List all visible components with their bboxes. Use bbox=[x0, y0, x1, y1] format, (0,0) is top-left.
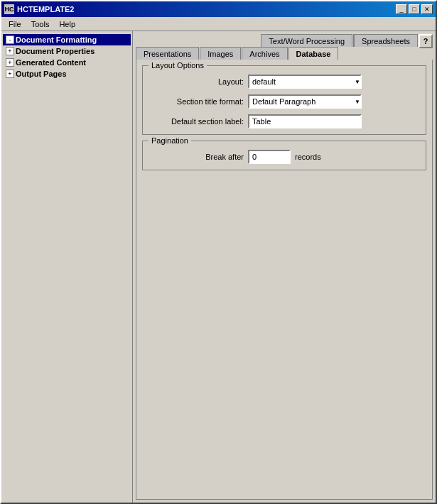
sidebar-item-output-pages[interactable]: + Output Pages bbox=[3, 68, 131, 80]
expand-icon-generated: + bbox=[6, 58, 14, 67]
expand-icon-doc-properties: + bbox=[6, 47, 14, 55]
section-title-format-row: Section title format: Default Paragraph … bbox=[149, 94, 420, 109]
layout-select-wrapper: default ▼ bbox=[248, 75, 362, 89]
break-after-row: Break after records bbox=[149, 150, 420, 164]
layout-form-row: Layout: default ▼ bbox=[149, 75, 420, 89]
title-bar: HC HCTEMPLATE2 _ □ ✕ bbox=[1, 1, 436, 17]
sidebar-label-output: Output Pages bbox=[16, 70, 67, 78]
break-after-input[interactable] bbox=[248, 150, 291, 164]
sidebar-item-document-properties[interactable]: + Document Properties bbox=[3, 45, 131, 57]
close-button[interactable]: ✕ bbox=[421, 4, 433, 14]
records-label: records bbox=[295, 153, 321, 161]
tab-row-2: Presentations Images Archives Database bbox=[136, 47, 419, 60]
section-title-select-wrapper: Default Paragraph ▼ bbox=[248, 94, 362, 109]
title-bar-controls: _ □ ✕ bbox=[396, 4, 433, 14]
layout-select[interactable]: default bbox=[248, 75, 362, 89]
maximize-button[interactable]: □ bbox=[409, 4, 420, 14]
expand-icon-output: + bbox=[6, 70, 14, 78]
tab-row-1: Text/Word Processing Spreadsheets bbox=[136, 34, 419, 47]
tab-presentations[interactable]: Presentations bbox=[136, 47, 199, 60]
sidebar-item-generated-content[interactable]: + Generated Content bbox=[3, 57, 131, 68]
layout-options-group: Layout Options Layout: default ▼ bbox=[142, 65, 426, 135]
sidebar-label-doc-formatting: Document Formatting bbox=[16, 35, 97, 44]
main-window: HC HCTEMPLATE2 _ □ ✕ File Tools Help - D… bbox=[0, 0, 437, 504]
tab-spreadsheets[interactable]: Spreadsheets bbox=[354, 34, 418, 47]
sidebar: - Document Formatting + Document Propert… bbox=[1, 31, 133, 503]
layout-label: Layout: bbox=[149, 77, 248, 86]
main-content: - Document Formatting + Document Propert… bbox=[1, 31, 436, 503]
menu-file[interactable]: File bbox=[4, 18, 26, 30]
right-panel: Text/Word Processing Spreadsheets Presen… bbox=[133, 31, 436, 503]
tab-images[interactable]: Images bbox=[200, 47, 241, 60]
expand-icon-doc-formatting: - bbox=[6, 35, 14, 44]
tab-text-word-processing[interactable]: Text/Word Processing bbox=[261, 34, 352, 47]
layout-options-title: Layout Options bbox=[149, 61, 207, 70]
pagination-title: Pagination bbox=[149, 136, 191, 145]
default-section-label-row: Default section label: bbox=[149, 114, 420, 128]
default-section-label-input[interactable] bbox=[248, 114, 362, 128]
tab-database[interactable]: Database bbox=[288, 47, 339, 60]
section-title-format-label: Section title format: bbox=[149, 97, 248, 106]
default-section-label-label: Default section label: bbox=[149, 117, 248, 126]
window-title: HCTEMPLATE2 bbox=[17, 5, 74, 13]
help-button[interactable]: ? bbox=[419, 34, 433, 48]
menu-bar: File Tools Help bbox=[1, 17, 436, 31]
break-after-label: Break after bbox=[149, 153, 248, 161]
pagination-group: Pagination Break after records bbox=[142, 141, 426, 170]
title-bar-text: HC HCTEMPLATE2 bbox=[4, 4, 74, 14]
sidebar-label-generated: Generated Content bbox=[16, 58, 86, 67]
app-icon: HC bbox=[4, 4, 14, 14]
menu-help[interactable]: Help bbox=[55, 18, 80, 30]
tabs-section: Text/Word Processing Spreadsheets Presen… bbox=[136, 34, 419, 60]
sidebar-item-document-formatting[interactable]: - Document Formatting bbox=[3, 34, 131, 45]
sidebar-label-doc-properties: Document Properties bbox=[16, 47, 95, 55]
menu-tools[interactable]: Tools bbox=[27, 18, 54, 30]
section-title-format-select[interactable]: Default Paragraph bbox=[248, 94, 362, 109]
minimize-button[interactable]: _ bbox=[396, 4, 407, 14]
panel-content: Layout Options Layout: default ▼ bbox=[136, 60, 433, 500]
tab-archives[interactable]: Archives bbox=[242, 47, 287, 60]
